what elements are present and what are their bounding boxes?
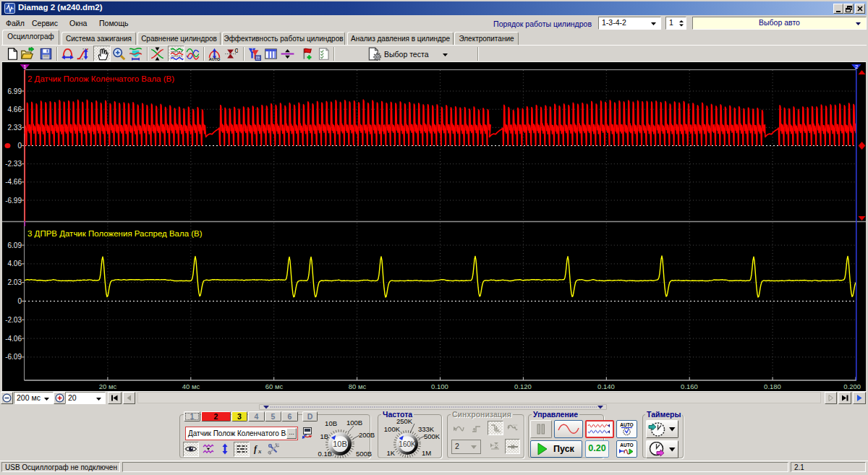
svg-text:2: 2 bbox=[855, 64, 858, 70]
svg-text:f: f bbox=[254, 444, 258, 454]
svg-text:1: 1 bbox=[252, 48, 254, 52]
svg-text:123: 123 bbox=[256, 56, 261, 60]
svg-text:AUTO: AUTO bbox=[620, 422, 633, 427]
svg-text:AUTO: AUTO bbox=[209, 57, 221, 61]
svg-text:1: 1 bbox=[23, 64, 26, 70]
svg-text:AUTO: AUTO bbox=[620, 442, 633, 448]
svg-text:x: x bbox=[258, 448, 262, 455]
svg-text:0: 0 bbox=[235, 47, 238, 54]
